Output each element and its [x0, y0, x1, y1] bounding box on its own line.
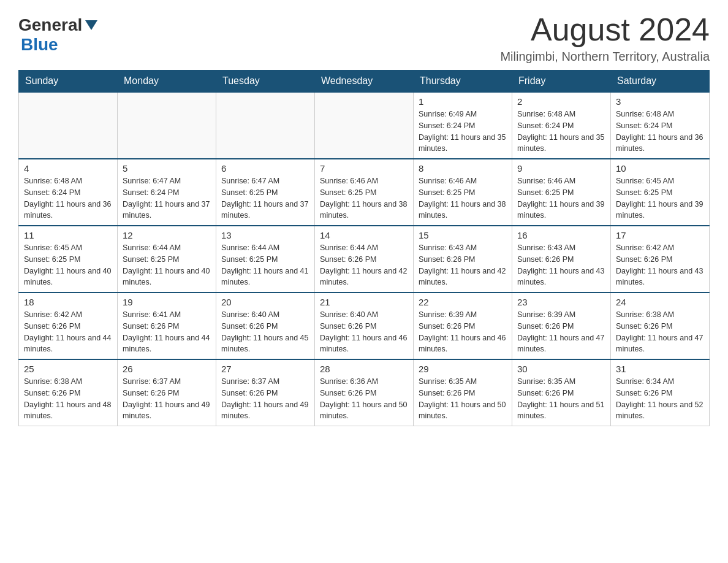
day-number: 8	[419, 163, 507, 174]
day-info: Sunrise: 6:48 AM Sunset: 6:24 PM Dayligh…	[517, 109, 605, 155]
table-row: 31Sunrise: 6:34 AM Sunset: 6:26 PM Dayli…	[611, 359, 710, 426]
day-number: 5	[123, 163, 211, 174]
day-number: 16	[517, 230, 605, 240]
day-number: 30	[517, 364, 605, 374]
day-info: Sunrise: 6:39 AM Sunset: 6:26 PM Dayligh…	[419, 309, 507, 355]
day-info: Sunrise: 6:42 AM Sunset: 6:26 PM Dayligh…	[24, 309, 112, 355]
day-number: 21	[320, 297, 408, 307]
day-number: 20	[221, 297, 309, 307]
day-info: Sunrise: 6:35 AM Sunset: 6:26 PM Dayligh…	[517, 376, 605, 422]
day-info: Sunrise: 6:40 AM Sunset: 6:26 PM Dayligh…	[320, 309, 408, 355]
day-info: Sunrise: 6:46 AM Sunset: 6:25 PM Dayligh…	[517, 175, 605, 221]
table-row: 12Sunrise: 6:44 AM Sunset: 6:25 PM Dayli…	[118, 226, 216, 293]
day-number: 19	[123, 297, 211, 307]
day-number: 29	[419, 364, 507, 374]
table-row	[216, 92, 315, 159]
table-row: 13Sunrise: 6:44 AM Sunset: 6:25 PM Dayli…	[216, 226, 315, 293]
table-row: 22Sunrise: 6:39 AM Sunset: 6:26 PM Dayli…	[414, 293, 512, 359]
page-header: General Blue August 2024 Milingimbi, Nor…	[18, 12, 710, 64]
day-info: Sunrise: 6:37 AM Sunset: 6:26 PM Dayligh…	[221, 376, 309, 422]
logo-triangle-icon	[83, 17, 100, 34]
day-number: 18	[24, 297, 112, 307]
table-row: 23Sunrise: 6:39 AM Sunset: 6:26 PM Dayli…	[512, 293, 611, 359]
day-number: 2	[517, 96, 605, 107]
day-info: Sunrise: 6:40 AM Sunset: 6:26 PM Dayligh…	[221, 309, 309, 355]
day-info: Sunrise: 6:36 AM Sunset: 6:26 PM Dayligh…	[320, 376, 408, 422]
table-row: 26Sunrise: 6:37 AM Sunset: 6:26 PM Dayli…	[118, 359, 216, 426]
day-info: Sunrise: 6:43 AM Sunset: 6:26 PM Dayligh…	[517, 242, 605, 288]
table-row: 27Sunrise: 6:37 AM Sunset: 6:26 PM Dayli…	[216, 359, 315, 426]
table-row	[315, 92, 414, 159]
day-info: Sunrise: 6:44 AM Sunset: 6:26 PM Dayligh…	[320, 242, 408, 288]
table-row: 14Sunrise: 6:44 AM Sunset: 6:26 PM Dayli…	[315, 226, 414, 293]
day-info: Sunrise: 6:35 AM Sunset: 6:26 PM Dayligh…	[419, 376, 507, 422]
table-row	[118, 92, 216, 159]
day-number: 6	[221, 163, 309, 174]
day-info: Sunrise: 6:43 AM Sunset: 6:26 PM Dayligh…	[419, 242, 507, 288]
table-row: 4Sunrise: 6:48 AM Sunset: 6:24 PM Daylig…	[19, 159, 118, 226]
calendar-week-row: 1Sunrise: 6:49 AM Sunset: 6:24 PM Daylig…	[19, 92, 710, 159]
day-number: 4	[24, 163, 112, 174]
day-number: 10	[616, 163, 704, 174]
day-number: 27	[221, 364, 309, 374]
table-row: 16Sunrise: 6:43 AM Sunset: 6:26 PM Dayli…	[512, 226, 611, 293]
day-number: 28	[320, 364, 408, 374]
table-row: 25Sunrise: 6:38 AM Sunset: 6:26 PM Dayli…	[19, 359, 118, 426]
calendar-week-row: 18Sunrise: 6:42 AM Sunset: 6:26 PM Dayli…	[19, 293, 710, 359]
day-number: 23	[517, 297, 605, 307]
day-info: Sunrise: 6:45 AM Sunset: 6:25 PM Dayligh…	[24, 242, 112, 288]
day-info: Sunrise: 6:46 AM Sunset: 6:25 PM Dayligh…	[320, 175, 408, 221]
table-row: 18Sunrise: 6:42 AM Sunset: 6:26 PM Dayli…	[19, 293, 118, 359]
day-info: Sunrise: 6:48 AM Sunset: 6:24 PM Dayligh…	[616, 109, 704, 155]
location: Milingimbi, Northern Territory, Australi…	[500, 50, 710, 64]
col-monday: Monday	[118, 71, 216, 93]
day-number: 1	[419, 96, 507, 107]
table-row: 11Sunrise: 6:45 AM Sunset: 6:25 PM Dayli…	[19, 226, 118, 293]
day-number: 15	[419, 230, 507, 240]
day-info: Sunrise: 6:42 AM Sunset: 6:26 PM Dayligh…	[616, 242, 704, 288]
table-row: 7Sunrise: 6:46 AM Sunset: 6:25 PM Daylig…	[315, 159, 414, 226]
day-number: 11	[24, 230, 112, 240]
day-number: 24	[616, 297, 704, 307]
table-row: 15Sunrise: 6:43 AM Sunset: 6:26 PM Dayli…	[414, 226, 512, 293]
col-wednesday: Wednesday	[315, 71, 414, 93]
calendar-table: Sunday Monday Tuesday Wednesday Thursday…	[18, 70, 710, 426]
table-row: 30Sunrise: 6:35 AM Sunset: 6:26 PM Dayli…	[512, 359, 611, 426]
col-tuesday: Tuesday	[216, 71, 315, 93]
title-area: August 2024 Milingimbi, Northern Territo…	[500, 12, 710, 64]
day-info: Sunrise: 6:37 AM Sunset: 6:26 PM Dayligh…	[123, 376, 211, 422]
col-saturday: Saturday	[611, 71, 710, 93]
day-info: Sunrise: 6:47 AM Sunset: 6:25 PM Dayligh…	[221, 175, 309, 221]
day-info: Sunrise: 6:45 AM Sunset: 6:25 PM Dayligh…	[616, 175, 704, 221]
day-number: 25	[24, 364, 112, 374]
table-row: 6Sunrise: 6:47 AM Sunset: 6:25 PM Daylig…	[216, 159, 315, 226]
day-number: 9	[517, 163, 605, 174]
day-number: 12	[123, 230, 211, 240]
col-sunday: Sunday	[19, 71, 118, 93]
table-row	[19, 92, 118, 159]
day-info: Sunrise: 6:41 AM Sunset: 6:26 PM Dayligh…	[123, 309, 211, 355]
table-row: 10Sunrise: 6:45 AM Sunset: 6:25 PM Dayli…	[611, 159, 710, 226]
day-info: Sunrise: 6:48 AM Sunset: 6:24 PM Dayligh…	[24, 175, 112, 221]
day-number: 26	[123, 364, 211, 374]
calendar-week-row: 4Sunrise: 6:48 AM Sunset: 6:24 PM Daylig…	[19, 159, 710, 226]
calendar-week-row: 11Sunrise: 6:45 AM Sunset: 6:25 PM Dayli…	[19, 226, 710, 293]
table-row: 9Sunrise: 6:46 AM Sunset: 6:25 PM Daylig…	[512, 159, 611, 226]
day-info: Sunrise: 6:44 AM Sunset: 6:25 PM Dayligh…	[123, 242, 211, 288]
table-row: 24Sunrise: 6:38 AM Sunset: 6:26 PM Dayli…	[611, 293, 710, 359]
day-info: Sunrise: 6:38 AM Sunset: 6:26 PM Dayligh…	[616, 309, 704, 355]
table-row: 21Sunrise: 6:40 AM Sunset: 6:26 PM Dayli…	[315, 293, 414, 359]
day-number: 3	[616, 96, 704, 107]
day-info: Sunrise: 6:44 AM Sunset: 6:25 PM Dayligh…	[221, 242, 309, 288]
calendar-header-row: Sunday Monday Tuesday Wednesday Thursday…	[19, 71, 710, 93]
table-row: 3Sunrise: 6:48 AM Sunset: 6:24 PM Daylig…	[611, 92, 710, 159]
table-row: 1Sunrise: 6:49 AM Sunset: 6:24 PM Daylig…	[414, 92, 512, 159]
day-info: Sunrise: 6:46 AM Sunset: 6:25 PM Dayligh…	[419, 175, 507, 221]
table-row: 28Sunrise: 6:36 AM Sunset: 6:26 PM Dayli…	[315, 359, 414, 426]
day-number: 13	[221, 230, 309, 240]
table-row: 19Sunrise: 6:41 AM Sunset: 6:26 PM Dayli…	[118, 293, 216, 359]
logo: General Blue	[18, 12, 100, 55]
table-row: 5Sunrise: 6:47 AM Sunset: 6:24 PM Daylig…	[118, 159, 216, 226]
day-number: 22	[419, 297, 507, 307]
table-row: 2Sunrise: 6:48 AM Sunset: 6:24 PM Daylig…	[512, 92, 611, 159]
